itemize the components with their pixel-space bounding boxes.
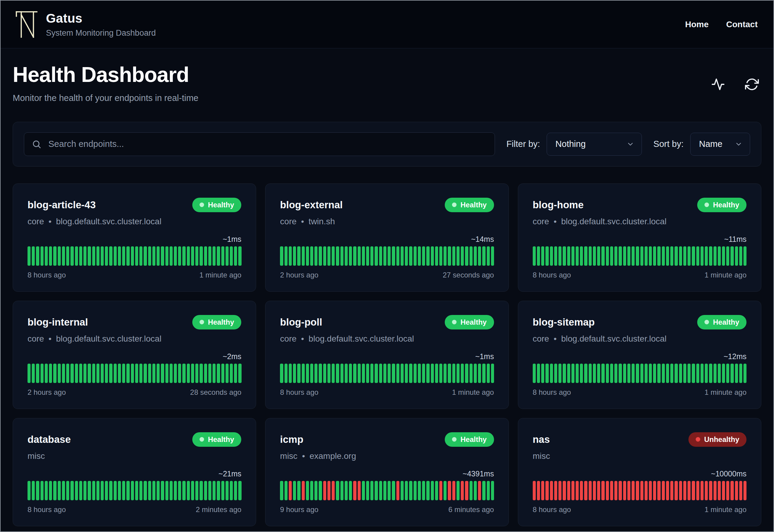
health-bar[interactable] (714, 364, 717, 383)
health-bar[interactable] (580, 364, 583, 383)
brand-link[interactable]: Gatus System Monitoring Dashboard (16, 9, 156, 40)
health-bar[interactable] (580, 246, 583, 266)
health-bar[interactable] (396, 364, 399, 383)
health-bar[interactable] (366, 364, 369, 383)
health-bar[interactable] (332, 246, 335, 266)
health-bar[interactable] (70, 481, 73, 500)
health-bar[interactable] (722, 364, 725, 383)
sort-select[interactable]: Name (690, 133, 750, 156)
endpoint-card[interactable]: blog-article-43 Healthy core • blog.defa… (13, 183, 256, 292)
health-bar[interactable] (688, 364, 691, 383)
health-bar[interactable] (452, 481, 455, 500)
health-bar[interactable] (53, 364, 56, 383)
health-bar[interactable] (238, 246, 241, 266)
health-bar[interactable] (457, 246, 460, 266)
health-bar[interactable] (431, 364, 434, 383)
health-bar[interactable] (379, 364, 382, 383)
filter-select[interactable]: Nothing (547, 133, 642, 156)
health-bar[interactable] (285, 364, 288, 383)
health-bar[interactable] (623, 481, 626, 500)
health-bar[interactable] (640, 481, 643, 500)
health-bar[interactable] (739, 364, 742, 383)
health-bar[interactable] (401, 364, 404, 383)
health-bar[interactable] (688, 246, 691, 266)
health-bar[interactable] (414, 246, 417, 266)
health-bar[interactable] (444, 364, 447, 383)
endpoint-card[interactable]: nas Unhealthy misc ~10000ms 8 hours ago … (518, 418, 761, 526)
health-bar[interactable] (358, 364, 361, 383)
health-bar[interactable] (109, 481, 112, 500)
health-bar[interactable] (70, 246, 73, 266)
health-bar[interactable] (541, 481, 544, 500)
health-bar[interactable] (187, 364, 190, 383)
health-bar[interactable] (174, 481, 177, 500)
health-bar[interactable] (314, 246, 317, 266)
health-bar[interactable] (66, 246, 69, 266)
health-bar[interactable] (319, 364, 322, 383)
health-bar[interactable] (645, 481, 648, 500)
health-bar[interactable] (92, 481, 95, 500)
health-bar[interactable] (353, 364, 356, 383)
health-bar[interactable] (558, 246, 561, 266)
health-bar[interactable] (675, 364, 678, 383)
health-bar[interactable] (293, 481, 296, 500)
health-bar[interactable] (217, 481, 220, 500)
health-bar[interactable] (358, 481, 361, 500)
health-bar[interactable] (191, 481, 194, 500)
health-bar[interactable] (319, 481, 322, 500)
health-bar[interactable] (482, 246, 485, 266)
health-bar[interactable] (32, 364, 35, 383)
health-bar[interactable] (491, 481, 494, 500)
health-bar[interactable] (606, 481, 609, 500)
health-bar[interactable] (213, 364, 216, 383)
health-bar[interactable] (726, 246, 729, 266)
health-bar[interactable] (649, 246, 652, 266)
health-bar[interactable] (148, 246, 151, 266)
health-bar[interactable] (392, 246, 395, 266)
health-bar[interactable] (465, 364, 468, 383)
health-bar[interactable] (122, 481, 125, 500)
health-bar[interactable] (362, 364, 365, 383)
health-bar[interactable] (49, 246, 52, 266)
health-bar[interactable] (435, 481, 438, 500)
health-bar[interactable] (584, 364, 587, 383)
health-bar[interactable] (636, 246, 639, 266)
health-bar[interactable] (718, 246, 721, 266)
health-bar[interactable] (302, 481, 305, 500)
health-bar[interactable] (709, 246, 712, 266)
health-bar[interactable] (580, 481, 583, 500)
health-bar[interactable] (730, 246, 733, 266)
health-bar[interactable] (45, 246, 48, 266)
health-bar[interactable] (83, 364, 86, 383)
health-bar[interactable] (362, 246, 365, 266)
health-bar[interactable] (645, 364, 648, 383)
uptime-bars[interactable] (533, 481, 746, 500)
health-bar[interactable] (314, 364, 317, 383)
health-bar[interactable] (589, 246, 592, 266)
health-bar[interactable] (601, 364, 604, 383)
health-bar[interactable] (182, 481, 185, 500)
health-bar[interactable] (537, 364, 540, 383)
health-bar[interactable] (238, 481, 241, 500)
health-bar[interactable] (293, 246, 296, 266)
health-bar[interactable] (297, 481, 300, 500)
health-bar[interactable] (152, 364, 155, 383)
health-bar[interactable] (388, 364, 391, 383)
health-bar[interactable] (601, 481, 604, 500)
health-bar[interactable] (144, 481, 147, 500)
health-bar[interactable] (474, 364, 477, 383)
health-bar[interactable] (636, 364, 639, 383)
health-bar[interactable] (297, 246, 300, 266)
health-bar[interactable] (533, 364, 536, 383)
health-bar[interactable] (696, 246, 699, 266)
health-bar[interactable] (118, 481, 121, 500)
health-bar[interactable] (675, 481, 678, 500)
health-bar[interactable] (174, 246, 177, 266)
health-bar[interactable] (589, 481, 592, 500)
health-bar[interactable] (182, 364, 185, 383)
health-bar[interactable] (105, 364, 108, 383)
health-bar[interactable] (340, 481, 343, 500)
health-bar[interactable] (623, 364, 626, 383)
health-bar[interactable] (135, 364, 138, 383)
health-bar[interactable] (161, 481, 164, 500)
